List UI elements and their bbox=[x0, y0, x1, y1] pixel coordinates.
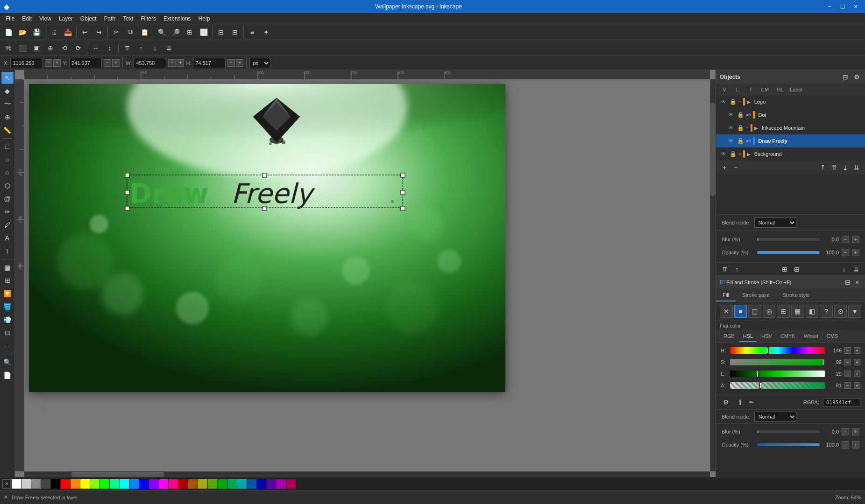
move-down-button[interactable]: ⤓ bbox=[841, 163, 850, 172]
a-thumb[interactable] bbox=[759, 382, 761, 389]
menu-object[interactable]: Object bbox=[77, 13, 100, 24]
h-minus-button[interactable]: − bbox=[844, 347, 851, 354]
color-info-button[interactable]: ℹ bbox=[735, 397, 745, 407]
a-plus-button[interactable]: + bbox=[854, 382, 860, 389]
fill-opacity-minus[interactable]: − bbox=[842, 441, 849, 448]
menu-view[interactable]: View bbox=[35, 13, 55, 24]
menu-extensions[interactable]: Extensions bbox=[160, 13, 195, 24]
palette-dark-green[interactable] bbox=[218, 479, 227, 489]
palette-teal-green[interactable] bbox=[227, 479, 237, 489]
group-obj-button[interactable]: ⊟ bbox=[792, 264, 802, 274]
fill-unset-button[interactable]: ⊙ bbox=[834, 305, 847, 318]
fill-radial-button[interactable]: ◎ bbox=[763, 305, 776, 318]
lock-icon-mountain[interactable]: 🔒 bbox=[737, 124, 744, 132]
no-color-swatch[interactable]: ✕ bbox=[2, 479, 11, 489]
fill-unknown-button[interactable]: ? bbox=[820, 305, 833, 318]
palette-dark-yellow[interactable] bbox=[198, 479, 207, 489]
dropper-tool[interactable]: 🔽 bbox=[1, 287, 14, 300]
search-tool[interactable]: 🔍 bbox=[1, 356, 14, 368]
remove-layer-button[interactable]: − bbox=[731, 163, 740, 172]
copy-button[interactable]: ⧉ bbox=[124, 26, 137, 39]
group-button[interactable]: ⊟ bbox=[214, 26, 227, 39]
zoom-in-button[interactable]: 🔍 bbox=[155, 26, 168, 39]
undo-button[interactable]: ↩ bbox=[78, 26, 92, 39]
opacity-plus-button[interactable]: + bbox=[852, 249, 859, 256]
fill-blur-plus[interactable]: + bbox=[852, 428, 859, 435]
cm-tab-hsl[interactable]: HSL bbox=[739, 330, 757, 342]
palette-sky-blue[interactable] bbox=[129, 479, 139, 489]
snap-bbox[interactable]: ⬛ bbox=[16, 42, 29, 55]
open-button[interactable]: 📂 bbox=[16, 26, 29, 39]
object-row-logo[interactable]: 👁 🔒 ≡ ▶ Logo bbox=[716, 95, 865, 108]
fill-stroke-float-button[interactable]: ⊟ bbox=[844, 278, 852, 287]
l-minus-button[interactable]: − bbox=[844, 371, 851, 377]
lock-icon-logo[interactable]: 🔒 bbox=[729, 98, 737, 105]
minimize-button[interactable]: − bbox=[824, 2, 835, 11]
palette-dark-pink[interactable] bbox=[286, 479, 296, 489]
close-button[interactable]: × bbox=[850, 2, 861, 11]
expand-icon-logo[interactable]: ▶ bbox=[747, 99, 751, 105]
spiral-tool[interactable]: @ bbox=[1, 193, 14, 205]
paste-button[interactable]: 📋 bbox=[138, 26, 151, 39]
visibility-icon-bg[interactable]: 👁 bbox=[720, 150, 727, 158]
fill-flat-button[interactable]: ■ bbox=[734, 305, 747, 318]
snap-transform[interactable]: ⟲ bbox=[58, 42, 71, 55]
node-tool[interactable]: ◆ bbox=[1, 85, 14, 97]
lock-icon-bg[interactable]: 🔒 bbox=[729, 150, 737, 158]
cm-tab-cms[interactable]: CMS bbox=[823, 330, 842, 342]
palette-dark-gray[interactable] bbox=[41, 479, 50, 489]
snap-bbox-edges[interactable]: ▣ bbox=[30, 42, 43, 55]
h-scrollbar[interactable] bbox=[24, 471, 710, 477]
w-minus[interactable]: − bbox=[168, 59, 176, 67]
text-tool[interactable]: T bbox=[1, 245, 14, 257]
h-thumb[interactable] bbox=[767, 347, 769, 354]
palette-dark-red[interactable] bbox=[178, 479, 188, 489]
tab-fill[interactable]: Fill bbox=[716, 289, 736, 301]
canvas-wrapper[interactable]: 250 500 600 700 800 900 bbox=[15, 70, 716, 477]
menu-edit[interactable]: Edit bbox=[18, 13, 35, 24]
lower-to-bottom-button[interactable]: ⇊ bbox=[851, 264, 861, 274]
snap-toggle[interactable]: % bbox=[2, 42, 15, 55]
blur-minus-button[interactable]: − bbox=[842, 236, 849, 243]
tab-stroke-style[interactable]: Stroke style bbox=[776, 289, 816, 301]
redo-button[interactable]: ↪ bbox=[92, 26, 106, 39]
palette-gray[interactable] bbox=[31, 479, 41, 489]
rect-tool[interactable]: □ bbox=[1, 140, 14, 153]
fill-mesh-button[interactable]: ⊞ bbox=[777, 305, 790, 318]
fill-opacity-track[interactable] bbox=[757, 443, 820, 446]
move-to-top-button[interactable]: ⇈ bbox=[830, 163, 839, 172]
eraser-tool[interactable]: ⊟ bbox=[1, 327, 14, 339]
a-minus-button[interactable]: − bbox=[844, 382, 851, 389]
h-slider-track[interactable] bbox=[730, 347, 825, 354]
opacity-minus-button[interactable]: − bbox=[842, 249, 849, 256]
blur-slider-track[interactable] bbox=[757, 238, 820, 241]
blend-mode-select[interactable]: Normal Multiply Screen Overlay bbox=[754, 217, 796, 228]
fill-pattern-button[interactable]: ▦ bbox=[791, 305, 804, 318]
fill-heart-button[interactable]: ♥ bbox=[848, 305, 861, 318]
move-up-button[interactable]: ⤒ bbox=[818, 163, 828, 172]
align-button[interactable]: ≡ bbox=[246, 26, 259, 39]
object-row-background[interactable]: 👁 🔒 ≡ ▶ Background bbox=[716, 147, 865, 161]
snap-rotation[interactable]: ⟳ bbox=[72, 42, 85, 55]
fill-stroke-close-button[interactable]: × bbox=[853, 278, 861, 287]
tab-stroke-paint[interactable]: Stroke paint bbox=[736, 289, 776, 301]
pages-tool[interactable]: 📄 bbox=[1, 369, 14, 381]
fill-swatch-button[interactable]: ◧ bbox=[806, 305, 819, 318]
v-scroll-thumb[interactable] bbox=[710, 103, 716, 196]
fill-none-button[interactable]: ✕ bbox=[720, 305, 733, 318]
visibility-icon-draw-freely[interactable]: 👁 bbox=[727, 137, 735, 145]
x-minus[interactable]: − bbox=[45, 59, 52, 67]
lower-bottom-button[interactable]: ⇊ bbox=[163, 42, 176, 55]
pencil-tool[interactable]: ✏ bbox=[1, 206, 14, 218]
move-to-bottom-button[interactable]: ⇊ bbox=[852, 163, 861, 172]
menu-file[interactable]: File bbox=[2, 13, 18, 24]
rgba-input[interactable] bbox=[823, 398, 860, 407]
palette-teal[interactable] bbox=[237, 479, 247, 489]
lower-button[interactable]: ↓ bbox=[149, 42, 162, 55]
cm-tab-cmyk[interactable]: CMYK bbox=[777, 330, 799, 342]
palette-black[interactable] bbox=[51, 479, 60, 489]
palette-red[interactable] bbox=[61, 479, 70, 489]
add-layer-button[interactable]: + bbox=[720, 163, 729, 172]
new-button[interactable]: 📄 bbox=[2, 26, 15, 39]
w-plus[interactable]: + bbox=[177, 59, 184, 67]
